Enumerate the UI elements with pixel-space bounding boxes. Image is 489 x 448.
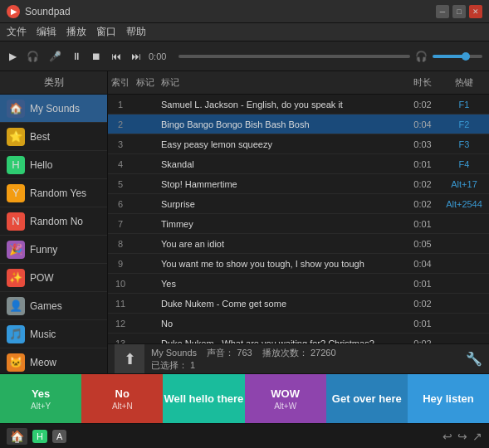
menu-help[interactable]: 帮助	[126, 25, 146, 39]
track-title: Skandal	[158, 159, 406, 169]
track-title: Easy peasy lemon squeezy	[158, 139, 406, 149]
track-row[interactable]: 5 Stop! Hammertime 0:02 Alt+17	[108, 174, 489, 194]
track-title: Bingo Bango Bongo Bish Bash Bosh	[158, 119, 406, 129]
menu-file[interactable]: 文件	[7, 25, 27, 39]
sidebar-item-random-no[interactable]: N Random No	[0, 207, 107, 236]
sidebar-label-random-yes: Random Yes	[30, 187, 86, 199]
sidebar-header: 类别	[0, 71, 107, 95]
progress-bar[interactable]	[178, 55, 410, 58]
track-num: 6	[108, 199, 133, 209]
track-row[interactable]: 11 Duke Nukem - Come get some 0:02	[108, 294, 489, 314]
menu-edit[interactable]: 编辑	[37, 25, 56, 39]
quick-btn-yes[interactable]: Yes Alt+Y	[0, 374, 81, 423]
track-num: 9	[108, 259, 133, 269]
quick-btn-get-over-here[interactable]: Get over here	[326, 374, 408, 423]
rewind-icon[interactable]: ↩	[443, 430, 452, 443]
track-num: 11	[108, 299, 133, 309]
track-row[interactable]: 7 Timmey 0:01	[108, 214, 489, 234]
track-title: Stop! Hammertime	[158, 179, 406, 189]
sidebar: 类别 🏠 My Sounds ⭐ Best H Hello Y Random Y…	[0, 71, 108, 373]
track-row[interactable]: 3 Easy peasy lemon squeezy 0:03 F3	[108, 134, 489, 154]
track-row[interactable]: 13 Duke Nukem - What are you waiting for…	[108, 334, 489, 343]
quick-btn-hey-listen[interactable]: Hey listen	[408, 374, 489, 423]
sidebar-label-games: Games	[30, 300, 62, 312]
play-button[interactable]: ▶	[7, 49, 19, 64]
sidebar-icon-games: 👤	[7, 297, 25, 315]
quick-btn-hotkey-wow: Alt+W	[274, 402, 296, 411]
track-row[interactable]: 2 Bingo Bango Bongo Bish Bash Bosh 0:04 …	[108, 114, 489, 134]
track-duration: 0:01	[406, 159, 439, 169]
col-mark-header: 标记	[133, 76, 158, 89]
track-row[interactable]: 1 Samuel L. Jackson - English, do you sp…	[108, 95, 489, 114]
sidebar-icon-meow: 🐱	[7, 353, 25, 372]
minimize-button[interactable]: ─	[436, 5, 449, 18]
sidebar-item-music[interactable]: 🎵 Music	[0, 320, 107, 348]
sidebar-items: 🏠 My Sounds ⭐ Best H Hello Y Random Yes …	[0, 95, 107, 373]
track-duration: 0:05	[406, 239, 439, 249]
title-bar: ▶ Soundpad ─ □ ✕	[0, 0, 489, 23]
track-title: Yes	[158, 279, 406, 289]
quick-btn-label-no: No	[115, 387, 130, 400]
sidebar-item-games[interactable]: 👤 Games	[0, 292, 107, 320]
quick-btn-label-get-over-here: Get over here	[332, 392, 402, 405]
upload-icon[interactable]: ⬆	[115, 344, 144, 374]
fast-forward-icon[interactable]: ↪	[457, 430, 467, 443]
quick-btn-no[interactable]: No Alt+N	[81, 374, 163, 423]
prev-button[interactable]: ⏮	[109, 49, 124, 64]
sidebar-label-random-no: Random No	[30, 216, 83, 227]
track-hotkey: F1	[439, 100, 489, 110]
track-duration: 0:01	[406, 319, 439, 329]
sidebar-item-funny[interactable]: 🎉 Funny	[0, 236, 107, 264]
track-row[interactable]: 9 You want me to show you tough, I show …	[108, 254, 489, 274]
menu-window[interactable]: 窗口	[96, 25, 116, 39]
volume-slider[interactable]	[433, 55, 482, 58]
sounds-count: 763	[237, 348, 252, 358]
track-duration: 0:04	[406, 119, 439, 129]
export-icon[interactable]: ↗	[472, 430, 482, 443]
track-duration: 0:02	[406, 299, 439, 309]
track-row[interactable]: 12 No 0:01	[108, 314, 489, 334]
next-button[interactable]: ⏭	[129, 49, 144, 64]
sidebar-label-meow: Meow	[30, 357, 56, 368]
menu-play[interactable]: 播放	[66, 25, 86, 39]
headphone-icon[interactable]: 🎧	[24, 49, 42, 64]
track-title: You are an idiot	[158, 239, 406, 249]
track-row[interactable]: 10 Yes 0:01	[108, 274, 489, 294]
sidebar-label-music: Music	[30, 329, 56, 340]
stop-button[interactable]: ⏹	[89, 49, 104, 64]
home-icon[interactable]: 🏠	[7, 428, 27, 445]
settings-icon[interactable]: 🔧	[466, 351, 482, 367]
track-hotkey: Alt+17	[439, 179, 489, 189]
sidebar-item-pow[interactable]: ✨ POW	[0, 264, 107, 292]
quick-btn-wow[interactable]: WOW Alt+W	[245, 374, 326, 423]
track-row[interactable]: 6 Surprise 0:02 Alt+2544	[108, 194, 489, 214]
quick-bar: Yes Alt+Y No Alt+N Well hello there WOW …	[0, 373, 489, 423]
a-badge-icon[interactable]: A	[52, 430, 66, 443]
quick-btn-well-hello-there[interactable]: Well hello there	[163, 374, 244, 423]
track-duration: 0:01	[406, 279, 439, 289]
sidebar-item-meow[interactable]: 🐱 Meow	[0, 348, 107, 373]
column-headers: 索引 标记 标记 时长 热键	[108, 71, 489, 95]
track-row[interactable]: 8 You are an idiot 0:05	[108, 234, 489, 254]
menu-bar: 文件 编辑 播放 窗口 帮助	[0, 23, 489, 41]
quick-btn-label-yes: Yes	[32, 387, 50, 400]
track-num: 4	[108, 159, 133, 169]
close-button[interactable]: ✕	[469, 5, 482, 18]
sidebar-label-pow: POW	[30, 272, 54, 284]
sidebar-icon-music: 🎵	[7, 325, 25, 343]
mic-icon[interactable]: 🎤	[46, 49, 64, 64]
volume-icon: 🎧	[415, 51, 428, 62]
sidebar-item-hello[interactable]: H Hello	[0, 151, 107, 179]
maximize-button[interactable]: □	[452, 5, 466, 18]
track-num: 3	[108, 139, 133, 149]
sidebar-icon-hello: H	[7, 156, 25, 174]
app-title: Soundpad	[25, 6, 431, 17]
window-controls: ─ □ ✕	[436, 5, 482, 18]
h-badge-icon[interactable]: H	[32, 430, 47, 443]
sidebar-item-my-sounds[interactable]: 🏠 My Sounds	[0, 95, 107, 123]
sidebar-item-random-yes[interactable]: Y Random Yes	[0, 179, 107, 207]
pause-button[interactable]: ⏸	[69, 49, 84, 64]
track-row[interactable]: 4 Skandal 0:01 F4	[108, 154, 489, 174]
col-duration-header: 时长	[406, 76, 439, 89]
sidebar-item-best[interactable]: ⭐ Best	[0, 123, 107, 151]
